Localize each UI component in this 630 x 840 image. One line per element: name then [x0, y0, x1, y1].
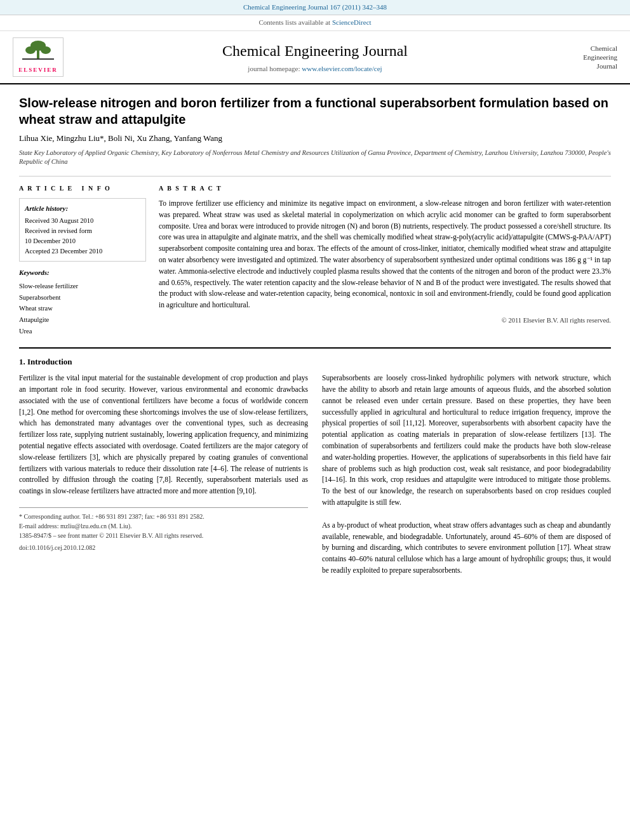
copyright-notice: © 2011 Elsevier B.V. All rights reserved… — [159, 316, 611, 326]
body-left-col: Fertilizer is the vital input material f… — [19, 373, 308, 577]
banner-text: Chemical Engineering Journal 167 (2011) … — [243, 3, 387, 11]
contents-text: Contents lists available at — [258, 18, 330, 26]
corresponding-footnote: * Corresponding author. Tel.: +86 931 89… — [19, 512, 308, 521]
keyword-2: Superabsorbent — [19, 292, 146, 303]
intro-right-text: Superabsorbents are loosely cross-linked… — [322, 373, 611, 509]
body-right-col: Superabsorbents are loosely cross-linked… — [322, 373, 611, 577]
svg-point-3 — [25, 46, 36, 54]
journal-header: ELSEVIER Chemical Engineering Journal jo… — [0, 31, 630, 85]
article-title: Slow-release nitrogen and boron fertiliz… — [19, 95, 611, 128]
intro-right-text-2: As a by-product of wheat production, whe… — [322, 520, 611, 577]
homepage-link[interactable]: www.elsevier.com/locate/cej — [302, 65, 382, 72]
keyword-3: Wheat straw — [19, 303, 146, 314]
left-meta-col: A R T I C L E I N F O Article history: R… — [19, 184, 146, 337]
email-footnote: E-mail address: mzliu@lzu.edu.cn (M. Liu… — [19, 521, 308, 531]
keyword-4: Attapulgite — [19, 314, 146, 326]
body-two-col: Fertilizer is the vital input material f… — [19, 373, 611, 577]
doi-footnote: doi:10.1016/j.cej.2010.12.082 — [19, 543, 308, 552]
keywords-heading: Keywords: — [19, 268, 146, 277]
svg-point-4 — [41, 46, 51, 54]
abstract-text: To improve fertilizer use efficiency and… — [159, 198, 611, 311]
abstract-col: A B S T R A C T To improve fertilizer us… — [159, 184, 611, 337]
journal-title-right: ChemicalEngineeringJournal — [554, 44, 617, 71]
contents-bar: Contents lists available at ScienceDirec… — [0, 15, 630, 30]
keyword-5: Urea — [19, 326, 146, 337]
journal-homepage: journal homepage: www.elsevier.com/locat… — [76, 64, 554, 74]
footnote-area: * Corresponding author. Tel.: +86 931 89… — [19, 507, 308, 552]
elsevier-tree-icon — [19, 41, 57, 66]
intro-left-text: Fertilizer is the vital input material f… — [19, 373, 308, 497]
revised-date: 10 December 2010 — [25, 236, 140, 246]
affiliation: State Key Laboratory of Applied Organic … — [19, 149, 611, 167]
abstract-heading: A B S T R A C T — [159, 184, 611, 193]
revised-label: Received in revised form — [25, 226, 140, 236]
history-label: Article history: — [25, 204, 140, 213]
homepage-label: journal homepage: — [248, 65, 300, 72]
main-content: Slow-release nitrogen and boron fertiliz… — [0, 84, 630, 589]
issn-footnote: 1385-8947/$ – see front matter © 2011 El… — [19, 531, 308, 540]
elsevier-logo-container: ELSEVIER — [13, 37, 64, 77]
svg-rect-0 — [22, 58, 54, 60]
journal-title: Chemical Engineering Journal — [76, 41, 554, 62]
header-divider — [19, 176, 611, 177]
sciencedirect-link[interactable]: ScienceDirect — [332, 18, 372, 26]
accepted-date: Accepted 23 December 2010 — [25, 246, 140, 257]
body-divider — [19, 347, 611, 349]
article-info-box: Article history: Received 30 August 2010… — [19, 198, 146, 262]
keyword-1: Slow-release fertilizer — [19, 281, 146, 292]
article-info-heading: A R T I C L E I N F O — [19, 184, 146, 193]
keywords-box: Keywords: Slow-release fertilizer Supera… — [19, 268, 146, 337]
article-meta-section: A R T I C L E I N F O Article history: R… — [19, 184, 611, 337]
journal-title-center: Chemical Engineering Journal journal hom… — [76, 41, 554, 74]
elsevier-wordmark: ELSEVIER — [16, 66, 60, 74]
authors: Lihua Xie, Mingzhu Liu*, Boli Ni, Xu Zha… — [19, 133, 611, 144]
intro-heading: 1. Introduction — [19, 356, 611, 368]
received-date: Received 30 August 2010 — [25, 216, 140, 226]
journal-banner: Chemical Engineering Journal 167 (2011) … — [0, 0, 630, 15]
